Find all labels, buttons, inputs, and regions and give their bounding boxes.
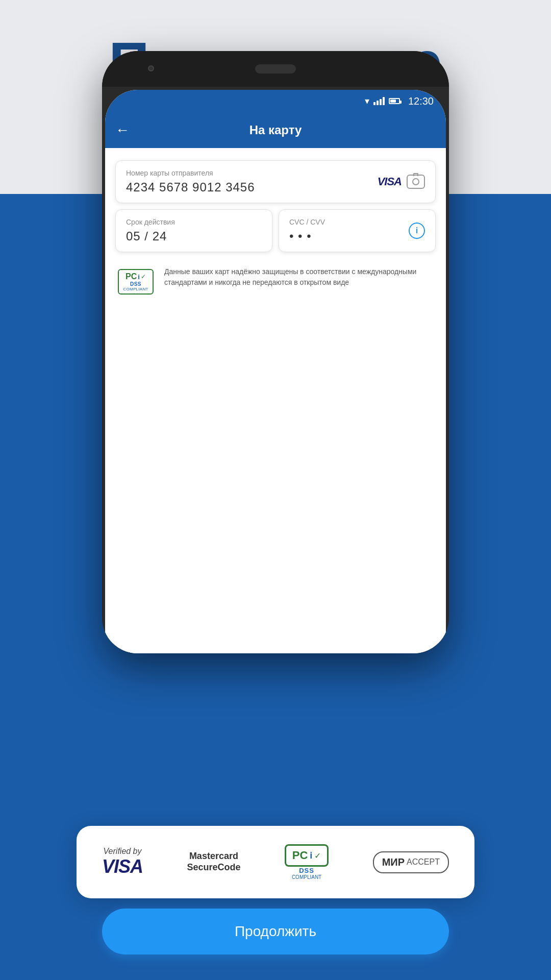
accept-text: ACCEPT: [407, 857, 440, 867]
compliant-label: COMPLIANT: [292, 874, 321, 880]
visa-camera-group: VISA: [378, 175, 425, 189]
phone-top-bar: [102, 51, 449, 87]
card-number-field[interactable]: Номер карты отправителя 4234 5678 9012 3…: [115, 160, 436, 203]
expiry-label: Срок действия: [126, 218, 262, 226]
battery-fill: [390, 100, 396, 103]
battery-icon: [389, 98, 400, 104]
pci-check-icon: ✓: [141, 273, 146, 280]
pci-dss-large-badge: PC i ✓ DSS COMPLIANT: [285, 844, 329, 880]
status-time: 12:30: [408, 95, 434, 107]
card-number-value: 4234 5678 9012 3456: [126, 180, 378, 194]
cvv-field[interactable]: CVC / CVV • • • i: [279, 209, 436, 252]
signal-bars-icon: [373, 97, 385, 105]
front-camera-icon: [148, 65, 154, 71]
phone-screen: ▾ 12:30: [105, 90, 446, 653]
visa-logo: VISA: [378, 175, 402, 188]
phone-body: ▾ 12:30: [102, 51, 449, 653]
cvv-info-icon[interactable]: i: [409, 223, 425, 239]
expiry-field[interactable]: Срок действия 05 / 24: [115, 209, 272, 252]
expiry-cvv-row: Срок действия 05 / 24 CVC / CVV • • • i: [115, 209, 436, 252]
status-bar: ▾ 12:30: [105, 90, 446, 112]
mir-accept-badge: МИР ACCEPT: [373, 851, 449, 873]
pci-logo-row: PC i ✓: [126, 272, 146, 281]
cvv-inner: CVC / CVV • • •: [289, 218, 409, 243]
signal-bar-2: [377, 101, 379, 105]
cvv-label: CVC / CVV: [289, 218, 409, 226]
pci-i-text: i: [138, 273, 140, 281]
camera-scan-icon[interactable]: [407, 175, 425, 189]
pci-notice: PC i ✓ DSS COMPLIANT Данные ваших карт н…: [115, 262, 436, 301]
dss-label: DSS: [299, 867, 314, 874]
card-field-inner: Номер карты отправителя 4234 5678 9012 3…: [126, 169, 378, 194]
back-button[interactable]: ←: [115, 122, 130, 138]
pci-description-text: Данные ваших карт надёжно защищены в соо…: [164, 266, 436, 288]
status-icons: ▾ 12:30: [365, 95, 434, 107]
app-header: ← На карту: [105, 112, 446, 148]
expiry-value: 05 / 24: [126, 229, 262, 243]
cvv-value: • • •: [289, 229, 409, 243]
signal-bar-1: [373, 102, 375, 105]
verified-visa-badge: Verified by VISA: [102, 847, 143, 877]
speaker-icon: [255, 64, 296, 74]
mir-text: МИР: [382, 856, 405, 868]
card-number-label: Номер карты отправителя: [126, 169, 378, 177]
pci-check-large-icon: ✓: [314, 851, 321, 861]
pci-badge-large: PC i ✓: [285, 844, 329, 867]
pci-box: PC i ✓ DSS COMPLIANT: [118, 269, 153, 295]
wifi-icon: ▾: [365, 95, 369, 107]
mastercard-line2: SecureCode: [187, 862, 240, 873]
camera-notch: [413, 173, 418, 176]
continue-button[interactable]: Продолжить: [102, 909, 449, 954]
security-badges-card: Verified by VISA Mastercard SecureCode P…: [77, 826, 474, 898]
signal-bar-4: [383, 97, 385, 105]
mastercard-secure-badge: Mastercard SecureCode: [187, 851, 240, 873]
continue-label: Продолжить: [235, 923, 316, 940]
pci-ci-large: i: [310, 850, 312, 861]
screen-title: На карту: [249, 123, 302, 137]
verified-by-text: Verified by: [104, 847, 142, 856]
mastercard-line1: Mastercard: [187, 851, 240, 862]
screen-content: Номер карты отправителя 4234 5678 9012 3…: [105, 148, 446, 653]
pci-dss-label: DSS: [130, 281, 141, 287]
pci-compliant-label: COMPLIANT: [123, 287, 148, 291]
page-wrapper: Переводите безопасно: [0, 0, 551, 980]
pci-p-large: PC: [292, 849, 308, 862]
visa-badge-text: VISA: [102, 856, 143, 877]
signal-bar-3: [380, 99, 382, 105]
pci-dss-badge: PC i ✓ DSS COMPLIANT: [115, 266, 156, 297]
blue-section: ▾ 12:30: [0, 194, 551, 980]
phone-device: ▾ 12:30: [102, 51, 449, 653]
pci-p-text: PC: [126, 272, 137, 281]
camera-lens: [412, 178, 419, 185]
